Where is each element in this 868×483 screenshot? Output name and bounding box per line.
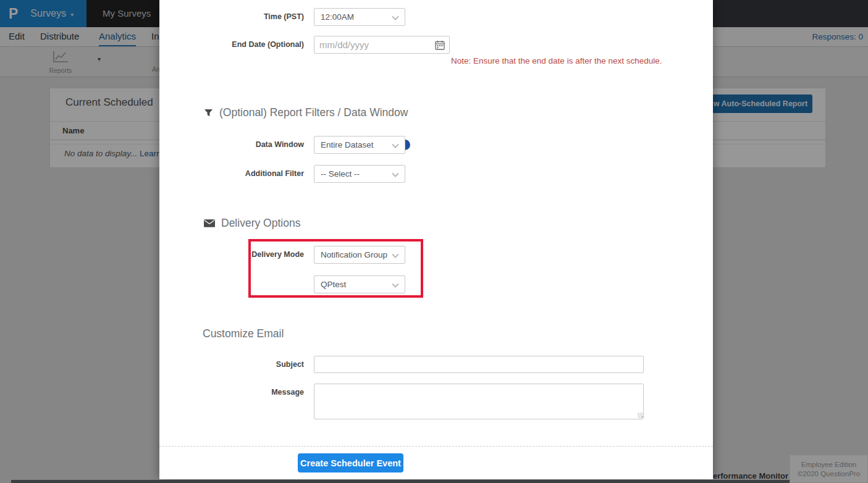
data-window-select[interactable]: Entire Dataset: [314, 136, 405, 154]
message-textarea[interactable]: [314, 384, 644, 419]
chevron-down-icon: [392, 170, 398, 177]
time-select-value: 12:00AM: [321, 12, 354, 22]
notification-group-value: QPtest: [321, 280, 346, 289]
help-dot-icon[interactable]: [405, 140, 410, 150]
additional-filter-label: Additional Filter: [159, 165, 304, 183]
create-scheduler-event-button[interactable]: Create Scheduler Event: [298, 453, 403, 472]
chevron-down-icon: [392, 281, 398, 288]
chevron-down-icon: [392, 141, 398, 148]
delivery-mode-label: Delivery Mode: [159, 246, 304, 264]
time-select[interactable]: 12:00AM: [314, 8, 405, 26]
customize-email-heading-text: Customize Email: [203, 327, 284, 340]
delivery-options-heading: Delivery Options: [204, 217, 300, 230]
end-date-label: End Date (Optional): [159, 36, 304, 54]
divider: [159, 446, 713, 447]
chevron-down-icon: [392, 14, 398, 20]
data-window-value: Entire Dataset: [321, 140, 374, 149]
delivery-mode-value: Notification Group: [321, 250, 387, 259]
calendar-icon[interactable]: [435, 40, 445, 50]
report-filters-heading: (Optional) Report Filters / Data Window: [204, 106, 408, 119]
additional-filter-value: -- Select --: [321, 169, 360, 178]
end-date-note: Note: Ensure that the end date is after …: [451, 56, 662, 65]
delivery-mode-select[interactable]: Notification Group: [314, 246, 405, 264]
message-label: Message: [159, 384, 304, 401]
resize-handle-icon[interactable]: [638, 413, 643, 418]
chevron-down-icon: [392, 251, 398, 258]
end-date-input[interactable]: [314, 36, 450, 54]
notification-group-select[interactable]: QPtest: [314, 275, 405, 293]
screen: P Surveys ▾ My Surveys Upgrade Now ? 1 R…: [0, 0, 868, 483]
time-label: Time (PST): [159, 8, 304, 26]
subject-input[interactable]: [314, 356, 644, 373]
bottom-bar: [11, 480, 790, 483]
data-window-label: Data Window: [159, 136, 304, 154]
delivery-options-heading-text: Delivery Options: [221, 217, 300, 230]
filter-funnel-icon: [204, 108, 213, 117]
additional-filter-select[interactable]: -- Select --: [314, 165, 405, 183]
envelope-icon: [204, 219, 215, 227]
scheduler-modal: Time (PST) 12:00AM End Date (Optional) N…: [159, 0, 713, 479]
subject-label: Subject: [159, 356, 304, 374]
report-filters-heading-text: (Optional) Report Filters / Data Window: [219, 106, 408, 119]
customize-email-heading: Customize Email: [203, 327, 284, 340]
